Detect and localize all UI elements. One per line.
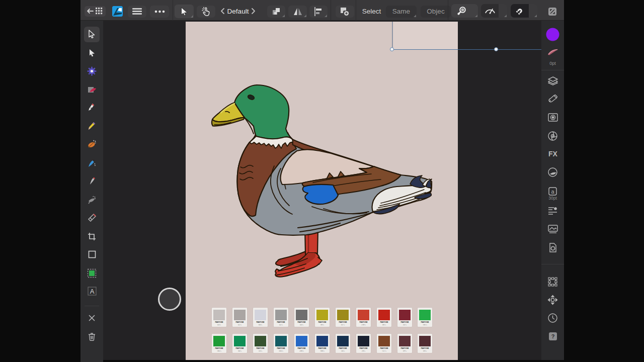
svg-text:A: A [90,288,94,295]
svg-text:?: ? [551,333,554,339]
svg-text:FX: FX [548,150,558,158]
svg-text:a: a [551,188,554,194]
